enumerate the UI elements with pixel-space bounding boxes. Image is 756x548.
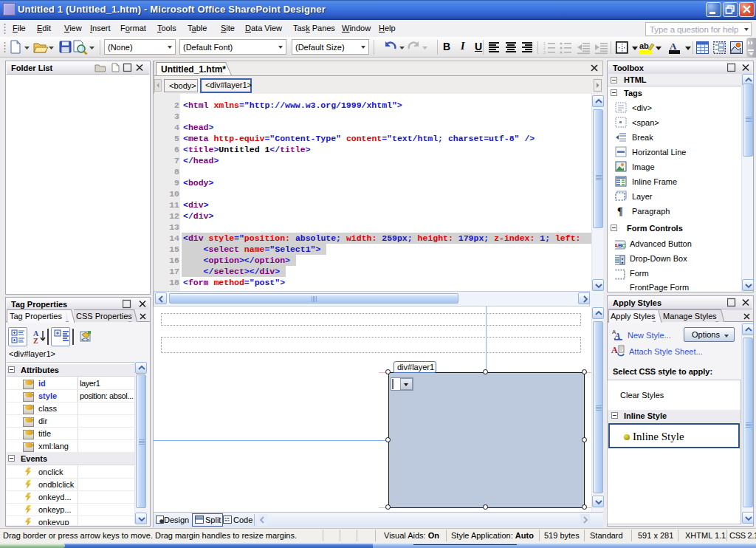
svg-text:A: A <box>611 345 618 355</box>
svg-text:A: A <box>670 41 677 52</box>
svg-text:C: C <box>622 242 626 249</box>
svg-text:ab: ab <box>639 41 649 50</box>
svg-text:Z: Z <box>33 337 38 345</box>
svg-text:3: 3 <box>543 50 546 55</box>
svg-text:A: A <box>614 330 621 340</box>
svg-text:¶: ¶ <box>617 206 623 217</box>
